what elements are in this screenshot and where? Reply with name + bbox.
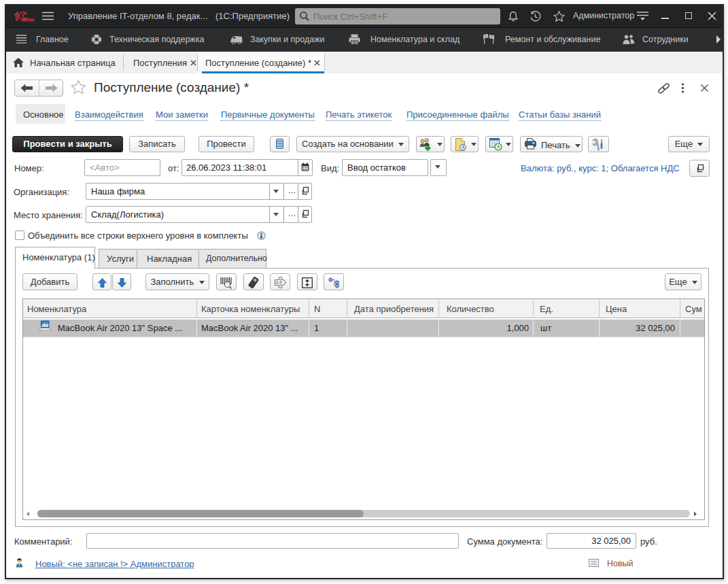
svg-text:0-9: 0-9 (276, 280, 283, 285)
